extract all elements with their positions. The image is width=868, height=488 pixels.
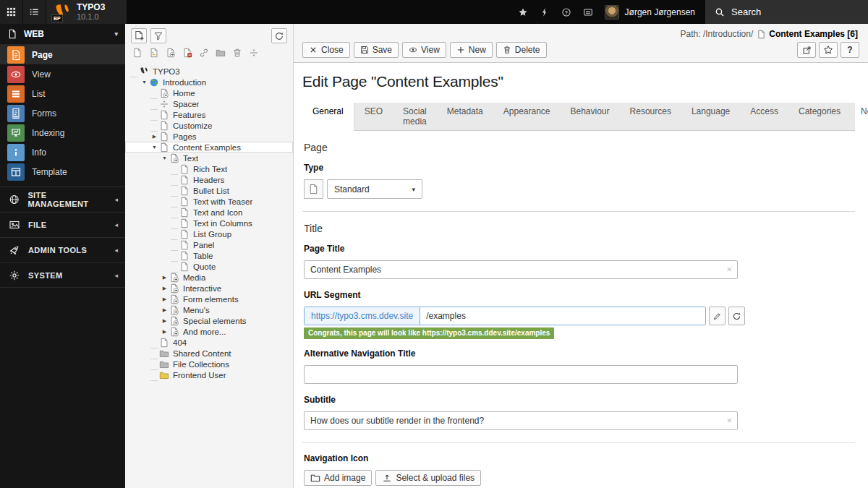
form-tab[interactable]: Notes	[851, 103, 868, 130]
slug-recalculate-button[interactable]	[728, 307, 745, 325]
system-information-icon[interactable]	[577, 0, 599, 24]
tree-node[interactable]: Features	[125, 109, 293, 120]
new-page-drag-icon[interactable]	[216, 48, 226, 58]
clear-icon[interactable]: ×	[726, 264, 732, 275]
tree-node[interactable]: File Collections	[125, 359, 293, 369]
docheader-button[interactable]: Delete	[496, 42, 547, 58]
tree-node[interactable]: ▼ Introduction	[125, 77, 293, 87]
docheader-button[interactable]: New	[450, 42, 493, 58]
tree-expander-icon[interactable]: ▼	[150, 145, 159, 150]
new-page-drag-icon[interactable]	[182, 48, 192, 58]
tree-node[interactable]: TYPO3	[125, 66, 293, 77]
tree-expander-icon[interactable]: ▶	[150, 134, 159, 140]
user-menu[interactable]: Jørgen Jørgensen	[599, 0, 705, 24]
tree-node[interactable]: ▶ Form elements	[125, 294, 293, 304]
sidebar-module-item[interactable]: Forms	[0, 103, 125, 123]
sidebar-section[interactable]: SYSTEM ◂	[0, 262, 125, 288]
tree-node[interactable]: ▶ Interactive	[125, 283, 293, 294]
form-tab[interactable]: Social media	[393, 103, 437, 130]
modulemenu-toggle-button[interactable]	[0, 0, 23, 24]
tree-expander-icon[interactable]: ▶	[160, 286, 169, 291]
tree-node[interactable]: ▶ And more...	[125, 326, 293, 337]
docheader-button[interactable]: View	[402, 42, 446, 58]
tree-node[interactable]: ▶ Menu's	[125, 304, 293, 315]
new-page-button[interactable]	[131, 28, 147, 43]
bookmarks-icon[interactable]	[512, 0, 534, 24]
new-page-drag-icon[interactable]	[132, 48, 142, 58]
tree-node[interactable]: Shared Content	[125, 348, 293, 359]
bookmark-button[interactable]	[819, 42, 838, 58]
new-page-drag-icon[interactable]	[199, 48, 209, 58]
clear-cache-icon[interactable]	[534, 0, 556, 24]
tree-node[interactable]: Quote	[125, 261, 293, 272]
tree-expander-icon[interactable]: ▶	[160, 307, 169, 313]
tree-expander-icon[interactable]: ▼	[140, 80, 149, 85]
tree-expander-icon[interactable]: ▶	[160, 329, 169, 335]
url-prefix[interactable]: https://typo3.cms.ddev.site	[305, 307, 420, 325]
docheader-button[interactable]: Close	[302, 42, 350, 58]
tree-node[interactable]: ▶ Special elements	[125, 315, 293, 326]
form-tab[interactable]: Access	[740, 103, 788, 130]
sidebar-module-item[interactable]: Info	[0, 142, 125, 162]
form-tab[interactable]: Language	[681, 103, 740, 130]
form-tab[interactable]: Metadata	[437, 103, 493, 130]
typo3-brand[interactable]: BP TYPO3 10.1.0	[46, 0, 127, 24]
sidebar-module-item[interactable]: Page	[0, 45, 125, 64]
sidebar-module-item[interactable]: Template	[0, 162, 125, 181]
docheader-button[interactable]: Save	[354, 42, 399, 58]
form-tab[interactable]: SEO	[354, 103, 393, 130]
new-page-drag-icon[interactable]	[166, 48, 176, 58]
help-button[interactable]: ?	[841, 42, 859, 58]
form-tab[interactable]: Behaviour	[561, 103, 620, 130]
tree-node[interactable]: ▶ Pages	[125, 131, 293, 142]
new-page-drag-icon[interactable]	[232, 48, 242, 58]
form-tab[interactable]: General	[302, 103, 354, 131]
refresh-tree-button[interactable]	[271, 28, 287, 43]
tree-expander-icon[interactable]: ▶	[160, 275, 169, 281]
new-page-drag-icon[interactable]	[149, 48, 159, 58]
tree-node[interactable]: Bullet List	[125, 185, 293, 196]
new-page-drag-icon[interactable]	[249, 48, 259, 58]
tree-node[interactable]: ▼ Text	[125, 153, 293, 163]
sidebar-section[interactable]: FILE ◂	[0, 212, 125, 237]
tree-node[interactable]: 404	[125, 337, 293, 348]
url-segment-input[interactable]	[420, 307, 705, 325]
add-image-button[interactable]: Add image	[304, 470, 372, 486]
pagetree-toggle-button[interactable]	[23, 0, 46, 24]
slug-edit-button[interactable]	[709, 307, 726, 325]
tree-node[interactable]: ▼ Content Examples	[125, 142, 293, 153]
type-select[interactable]: Standard ▾	[327, 179, 422, 199]
select-upload-files-button[interactable]: Select & upload files	[375, 470, 481, 486]
tree-expander-icon[interactable]: ▼	[160, 155, 169, 160]
tree-expander-icon[interactable]: ▶	[160, 318, 169, 324]
tree-node[interactable]: ▶ Media	[125, 272, 293, 283]
tree-node[interactable]: Frontend User	[125, 369, 293, 380]
form-tab[interactable]: Categories	[788, 103, 851, 130]
sidebar-section[interactable]: ADMIN TOOLS ◂	[0, 237, 125, 262]
tree-node[interactable]: Rich Text	[125, 163, 293, 174]
module-group-web[interactable]: WEB ▾	[0, 24, 125, 45]
open-in-new-window-button[interactable]	[797, 42, 816, 58]
tree-node[interactable]: Headers	[125, 174, 293, 185]
help-icon[interactable]	[556, 0, 577, 24]
tree-node[interactable]: Spacer	[125, 98, 293, 109]
tree-node[interactable]: Customize	[125, 120, 293, 131]
tree-expander-icon[interactable]: ▶	[160, 296, 169, 302]
nav-title-input[interactable]	[304, 365, 738, 384]
tree-node[interactable]: List Group	[125, 228, 293, 239]
sidebar-section[interactable]: SITE MANAGEMENT ◂	[0, 187, 125, 212]
filter-button[interactable]	[150, 28, 166, 43]
tree-node[interactable]: Home	[125, 87, 293, 98]
sidebar-module-item[interactable]: View	[0, 64, 125, 84]
page-title-input[interactable]	[304, 260, 738, 279]
tree-node[interactable]: Text in Columns	[125, 218, 293, 228]
tree-node[interactable]: Table	[125, 250, 293, 261]
clear-icon[interactable]: ×	[726, 415, 732, 426]
sidebar-module-item[interactable]: List	[0, 84, 125, 103]
form-tab[interactable]: Appearance	[493, 103, 561, 130]
tree-node[interactable]: Text and Icon	[125, 207, 293, 218]
sidebar-module-item[interactable]: Indexing	[0, 123, 125, 142]
tree-node[interactable]: Text with Teaser	[125, 196, 293, 207]
subtitle-input[interactable]	[304, 411, 738, 430]
search-input[interactable]	[731, 7, 847, 17]
